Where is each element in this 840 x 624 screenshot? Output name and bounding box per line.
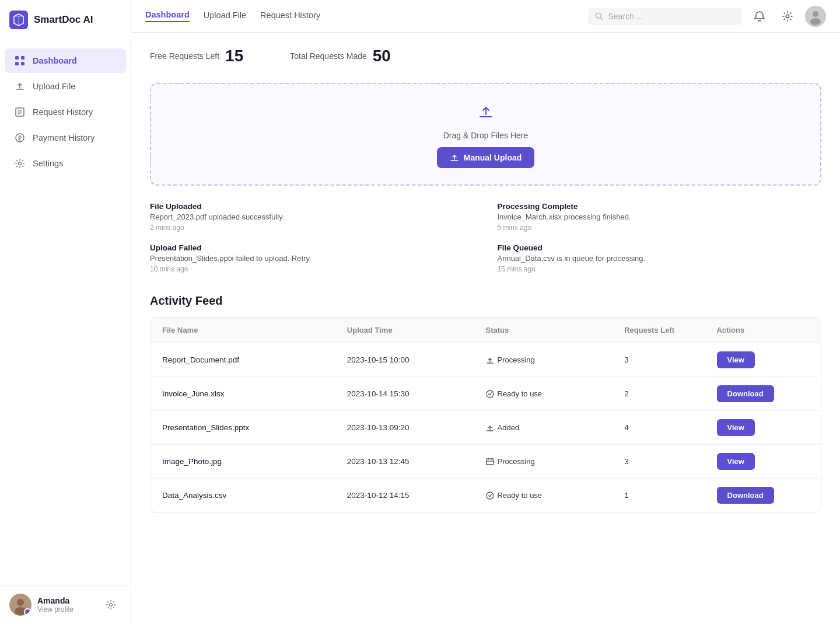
clock-status-icon — [486, 458, 494, 466]
sidebar-footer: Amanda View profile — [0, 585, 131, 624]
dashboard-content: Free Requests Left 15 Total Requests Mad… — [131, 33, 840, 624]
col-requests-left: Requests Left — [624, 326, 716, 334]
gear-icon[interactable] — [777, 6, 798, 27]
notif-3-time: 15 mins ago — [498, 265, 822, 273]
row-3-action-button[interactable]: View — [717, 453, 755, 470]
avatar — [9, 594, 32, 616]
settings-footer-icon[interactable] — [100, 594, 121, 615]
free-requests-value: 15 — [225, 47, 243, 65]
logo-area: SmartDoc AI — [0, 0, 131, 40]
total-requests-value: 50 — [373, 47, 391, 65]
notif-0-time: 2 mins ago — [150, 224, 474, 232]
row-2-upload-time: 2023-10-13 09:20 — [347, 423, 486, 432]
row-1-status: Ready to use — [486, 389, 625, 398]
upload-area-icon — [475, 100, 496, 124]
logo-icon — [9, 11, 28, 29]
top-nav: Dashboard Upload File Request History — [145, 10, 320, 22]
table-row: Invoice_June.xlsx 2023-10-14 15:30 Ready… — [150, 377, 821, 411]
svg-point-18 — [813, 11, 818, 17]
total-requests-stat: Total Requests Made 50 — [290, 47, 391, 65]
upload-status-icon — [486, 356, 494, 364]
free-requests-stat: Free Requests Left 15 — [150, 47, 243, 65]
row-2-action: View — [717, 419, 809, 436]
sidebar-item-payment-history[interactable]: Payment History — [5, 126, 126, 150]
topbar: Dashboard Upload File Request History — [131, 0, 840, 33]
col-upload-time: Upload Time — [347, 326, 486, 334]
svg-point-16 — [786, 15, 789, 18]
row-4-filename: Data_Analysis.csv — [162, 491, 347, 500]
table-row: Image_Photo.jpg 2023-10-13 12:45 Process… — [150, 445, 821, 479]
sidebar-nav: Dashboard Upload File Request History — [0, 40, 131, 585]
row-4-status: Ready to use — [486, 491, 625, 500]
sidebar-item-payment-label: Payment History — [33, 133, 94, 142]
row-2-action-button[interactable]: View — [717, 419, 755, 436]
search-box[interactable] — [588, 8, 742, 25]
upload-file-icon — [14, 81, 26, 92]
avatar-badge — [24, 608, 32, 616]
notifications-grid: File Uploaded Report_2023.pdf uploaded s… — [150, 202, 821, 273]
table-row: Report_Document.pdf 2023-10-15 10:00 Pro… — [150, 343, 821, 377]
row-4-action-button[interactable]: Download — [717, 487, 774, 504]
activity-feed-title: Activity Feed — [150, 294, 821, 308]
user-view-profile[interactable]: View profile — [37, 605, 74, 613]
payment-history-icon — [14, 132, 26, 144]
row-0-action-button[interactable]: View — [717, 351, 755, 368]
row-4-requests: 1 — [624, 491, 716, 500]
table-row: Data_Analysis.csv 2023-10-12 14:15 Ready… — [150, 479, 821, 512]
notif-3-desc: Annual_Data.csv is in queue for processi… — [498, 254, 822, 263]
sidebar-item-request-history[interactable]: Request History — [5, 100, 126, 124]
table-header: File Name Upload Time Status Requests Le… — [150, 318, 821, 343]
tab-request-history[interactable]: Request History — [260, 11, 320, 22]
tab-upload-file[interactable]: Upload File — [204, 11, 246, 22]
row-1-action: Download — [717, 385, 809, 402]
svg-rect-4 — [21, 62, 24, 65]
svg-rect-21 — [487, 459, 494, 465]
drag-drop-text: Drag & Drop Files Here — [443, 131, 528, 140]
sidebar-item-settings[interactable]: Settings — [5, 151, 126, 176]
sidebar-item-upload-label: Upload File — [33, 82, 75, 91]
main-content: Dashboard Upload File Request History — [131, 0, 840, 624]
svg-point-20 — [487, 391, 494, 398]
row-0-action: View — [717, 351, 809, 368]
row-0-requests: 3 — [624, 355, 716, 364]
row-4-upload-time: 2023-10-12 14:15 — [347, 491, 486, 500]
row-1-action-button[interactable]: Download — [717, 385, 774, 402]
sidebar-item-dashboard[interactable]: Dashboard — [5, 48, 126, 73]
user-info[interactable]: Amanda View profile — [9, 594, 74, 616]
svg-rect-2 — [21, 56, 24, 60]
svg-point-12 — [17, 599, 24, 606]
manual-upload-button[interactable]: Manual Upload — [437, 147, 535, 168]
user-avatar-topbar[interactable] — [805, 6, 826, 27]
sidebar-item-upload-file[interactable]: Upload File — [5, 74, 126, 99]
svg-rect-3 — [15, 62, 19, 65]
col-filename: File Name — [162, 326, 347, 334]
row-1-upload-time: 2023-10-14 15:30 — [347, 389, 486, 398]
col-actions: Actions — [717, 326, 809, 334]
app-name: SmartDoc AI — [34, 14, 93, 26]
svg-point-9 — [16, 134, 24, 142]
tab-dashboard[interactable]: Dashboard — [145, 10, 190, 22]
notif-1-time: 5 mins ago — [498, 224, 822, 232]
notif-3-title: File Queued — [498, 243, 822, 252]
notif-0-desc: Report_2023.pdf uploaded successfully. — [150, 212, 474, 221]
manual-upload-label: Manual Upload — [464, 153, 522, 162]
search-input[interactable] — [608, 12, 736, 21]
activity-table: File Name Upload Time Status Requests Le… — [150, 317, 821, 513]
row-2-filename: Presentation_Slides.pptx — [162, 423, 347, 432]
notifications-icon[interactable] — [749, 6, 770, 27]
stats-row: Free Requests Left 15 Total Requests Mad… — [150, 47, 821, 65]
notif-2-time: 10 mins ago — [150, 265, 474, 273]
notif-2-title: Upload Failed — [150, 243, 474, 252]
row-3-filename: Image_Photo.jpg — [162, 457, 347, 466]
notif-0-title: File Uploaded — [150, 202, 474, 211]
svg-point-19 — [810, 18, 821, 25]
notification-3: File Queued Annual_Data.csv is in queue … — [498, 243, 822, 273]
request-history-icon — [14, 106, 26, 118]
row-1-filename: Invoice_June.xlsx — [162, 389, 347, 398]
total-requests-label: Total Requests Made — [290, 51, 367, 61]
notif-1-desc: Invoice_March.xlsx processing finished. — [498, 212, 822, 221]
check-status-icon — [486, 390, 494, 398]
svg-point-10 — [19, 162, 22, 165]
upload-status-icon-2 — [486, 424, 494, 432]
row-3-action: View — [717, 453, 809, 470]
